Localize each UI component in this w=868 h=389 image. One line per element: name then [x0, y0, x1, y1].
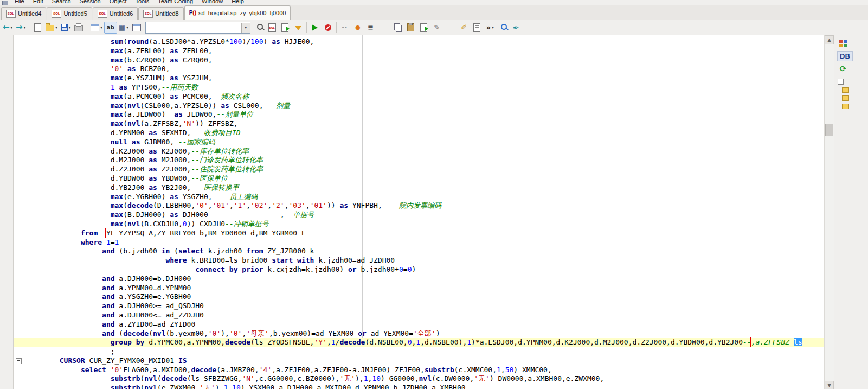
tab-Untitled6[interactable]: SQLUntitled6: [93, 7, 138, 20]
edit-data-button[interactable]: ✎: [430, 22, 443, 34]
code-line[interactable]: max(b.CZRQ00) as CZRQ00,: [30, 56, 824, 65]
code-line[interactable]: group by d.YPMC00,a.YPNM00,decode(ls_ZYQ…: [14, 338, 824, 347]
code-line[interactable]: ;: [30, 347, 824, 356]
chevron-down-icon[interactable]: ▾: [55, 25, 57, 30]
code-area[interactable]: sum(round(a.LSDJ00*a.YPZSL0*100)/100) as…: [14, 35, 824, 389]
code-line[interactable]: max(decode(D.LBBH00,'0','01','1','02','2…: [30, 201, 824, 211]
new-document-button[interactable]: [31, 22, 44, 34]
print-button[interactable]: [72, 22, 85, 34]
export-button[interactable]: [417, 22, 430, 34]
code-line[interactable]: where 1=1: [30, 238, 824, 247]
menu-search[interactable]: Search: [48, 0, 75, 5]
tab-Untitled4[interactable]: SQLUntitled4: [1, 7, 46, 20]
code-line[interactable]: and (b.jzdh00 in (select k.jzdh00 from Z…: [30, 247, 824, 256]
test-button[interactable]: ✒: [510, 22, 523, 34]
tree-item[interactable]: [842, 104, 849, 109]
code-line[interactable]: max(e.YSZJHM) as YSZJHM,: [30, 74, 824, 83]
db-tab-label[interactable]: DB: [837, 51, 853, 61]
code-line[interactable]: d.YB2J00 as YB2J00, --医保转换率: [30, 183, 824, 193]
save-button[interactable]: ▾: [59, 22, 73, 34]
break-button[interactable]: [322, 22, 335, 34]
paste-button[interactable]: [404, 22, 417, 34]
tree-item[interactable]: [842, 95, 849, 101]
auto-replace-button[interactable]: ab: [104, 22, 117, 34]
code-line[interactable]: and a.YSGZH0=e.YGBH00: [30, 292, 824, 302]
tree-item[interactable]: [842, 87, 849, 93]
collapse-icon[interactable]: [838, 79, 844, 85]
chevron-down-icon[interactable]: ▾: [126, 25, 128, 30]
code-line[interactable]: max(a.ZFBL00) as ZFBL00,: [30, 47, 824, 56]
macro-button[interactable]: »▾: [484, 22, 497, 34]
scroll-up-arrow[interactable]: ▲: [825, 35, 834, 44]
find-object-button[interactable]: [253, 22, 266, 34]
code-line[interactable]: select '0'FLAG00,a.MXID00,decode(a.JMBZ0…: [30, 366, 824, 375]
menu-file[interactable]: File: [10, 0, 29, 5]
code-line[interactable]: max(nvl(a.ZFFSBZ,'N')) ZFFSBZ,: [30, 119, 824, 129]
chevron-down-icon[interactable]: ▾: [69, 25, 71, 30]
execute-button[interactable]: [308, 22, 322, 34]
code-line[interactable]: and a.DJH000>= ad_QSDJH0: [30, 302, 824, 311]
code-line[interactable]: from YF_YZYPSQ A,ZY_BRFY00 b,BM_YD0000 d…: [30, 229, 824, 238]
new-window-button[interactable]: ▾: [89, 22, 104, 34]
comment-button[interactable]: --: [338, 22, 351, 34]
scroll-down-arrow[interactable]: ▼: [825, 381, 834, 389]
object-tree[interactable]: [838, 79, 849, 109]
menu-object[interactable]: Object: [105, 0, 131, 5]
code-line[interactable]: CURSOR CUR_ZY_FYMX00_MXID01 IS: [30, 356, 824, 366]
vertical-scrollbar[interactable]: ▲ ▼: [824, 35, 834, 389]
connection-combo[interactable]: ▼: [145, 22, 250, 34]
code-line[interactable]: d.K2J000 as K2J000,--库存单位转化率: [30, 147, 824, 156]
code-line[interactable]: sum(round(a.LSDJ00*a.YPZSL0*100)/100) as…: [30, 37, 824, 47]
code-line[interactable]: max(e.YGBH00) as YSGZH0, --员工编码: [30, 193, 824, 202]
code-line[interactable]: max(nvl(CSL000,a.YPZSL0)) as CSL000, --剂…: [30, 101, 824, 111]
code-line[interactable]: and (decode(nvl(b.yexm00,'0'),'0','母亲',b…: [30, 329, 824, 339]
code-line[interactable]: d.M2J000 as M2J000,--门诊发药单位转化率: [30, 156, 824, 165]
tab-Untitled5[interactable]: SQLUntitled5: [47, 7, 92, 20]
menu-session[interactable]: Session: [75, 0, 105, 5]
back-button[interactable]: ←▾: [1, 22, 14, 34]
tab-Untitled8[interactable]: SQLUntitled8: [138, 7, 183, 20]
chevron-down-icon[interactable]: ▾: [100, 25, 102, 30]
panel-window-button[interactable]: [837, 37, 850, 49]
copy-button[interactable]: [391, 22, 404, 34]
connection-combo-input[interactable]: [146, 23, 241, 32]
open-button[interactable]: ▾: [44, 22, 59, 34]
tab-sd_hospital.sp_zy_ybjk00_fj0000[interactable]: P()sd_hospital.sp_zy_ybjk00_fj0000: [184, 5, 291, 20]
new-sql-window-button[interactable]: [130, 22, 143, 34]
code-line[interactable]: '0' as BCBZ00,: [30, 65, 824, 74]
scrollbar-thumb[interactable]: [825, 124, 833, 136]
sql-window-button[interactable]: SQL: [266, 22, 279, 34]
find-button[interactable]: [497, 22, 510, 34]
code-line[interactable]: where k.BRID00=ls_brid00 start with k.jz…: [30, 256, 824, 265]
code-line[interactable]: substrb(nvl(e.ZWXM00,'无'),1,10) YSXM00,a…: [30, 384, 824, 389]
load-script-button[interactable]: [279, 22, 292, 34]
code-line[interactable]: and a.DJH000=b.DJH000: [30, 275, 824, 284]
chevron-down-icon[interactable]: ▾: [11, 25, 13, 30]
chevron-down-icon[interactable]: ▼: [241, 23, 250, 33]
code-line[interactable]: 1 as YPTS00,--用药天数: [30, 83, 824, 92]
code-line[interactable]: max(a.JLDW00) as JLDW00,--剂量单位: [30, 110, 824, 119]
menu-team-coding[interactable]: Team Coding: [153, 0, 197, 5]
describe-button[interactable]: [471, 22, 484, 34]
breakpoint-button[interactable]: ●: [351, 22, 364, 34]
code-line[interactable]: max(nvl(B.CXDJH0,0)) CXDJH0--冲销单据号: [30, 220, 824, 229]
code-line[interactable]: null as GJBM00, --国家编码: [30, 138, 824, 147]
code-line[interactable]: and a.ZYID00=ad_ZYID00: [30, 320, 824, 329]
code-line[interactable]: max(a.PCMC00) as PCMC00,--频次名称: [30, 92, 824, 101]
code-fold-icon[interactable]: [16, 358, 22, 364]
chevron-down-icon[interactable]: ▾: [24, 25, 26, 30]
code-line[interactable]: and a.DJH000<= ad_ZZDJH0: [30, 311, 824, 320]
menu-edit[interactable]: Edit: [29, 0, 48, 5]
code-line[interactable]: and a.YPNM00=d.YPNM00: [30, 284, 824, 293]
to-do-list-button[interactable]: ≡: [364, 22, 377, 34]
forward-button[interactable]: →▾: [14, 22, 27, 34]
code-line[interactable]: d.YPNM00 as SFXMID, --收费项目ID: [30, 129, 824, 138]
code-line[interactable]: connect by prior k.cxjzdh=k.jzdh00) or b…: [30, 265, 824, 275]
code-line[interactable]: d.YBDW00 as YBDW00,--医保单位: [30, 174, 824, 183]
code-line[interactable]: d.Z2J000 as Z2J000,--住院发药单位转化率: [30, 165, 824, 174]
menu-window[interactable]: Window: [197, 0, 227, 5]
query-filter-button[interactable]: [292, 22, 305, 34]
menu-help[interactable]: Help: [227, 0, 248, 5]
sql-editor[interactable]: sum(round(a.LSDJ00*a.YPZSL0*100)/100) as…: [13, 35, 824, 389]
window-layout-button[interactable]: ▦▾: [117, 22, 130, 34]
